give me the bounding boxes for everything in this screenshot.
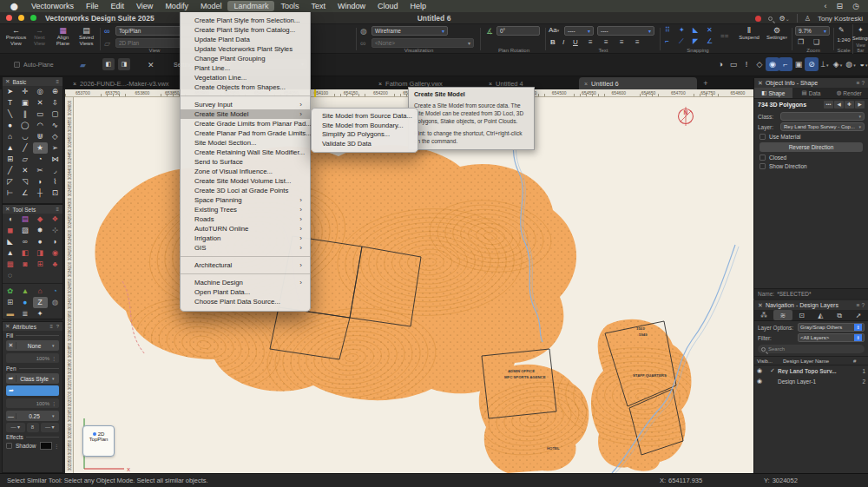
plane-mode-icon[interactable]: ▰ xyxy=(80,58,86,71)
contrast-icon[interactable]: ◑ xyxy=(713,57,727,71)
menu-item-create-objects-from-shapes[interactable]: Create Objects from Shapes... xyxy=(181,82,310,92)
offset-tool-icon[interactable]: ╱ xyxy=(3,165,17,176)
points-set-icon[interactable]: ✸ xyxy=(33,225,48,236)
layer-row-rey-land-topo-surv[interactable]: ◉✓Rey Land Topo Surv...1 xyxy=(754,365,868,376)
attribute-mapping-tool-icon[interactable]: ⊡ xyxy=(48,188,62,199)
visibility-eye-icon[interactable]: ◉ xyxy=(757,367,767,374)
document-tab-untitled-6[interactable]: ×Untitled 6 xyxy=(579,77,697,89)
unified-view-icon[interactable]: ◇ xyxy=(753,57,766,71)
connect-tool-icon[interactable]: ⌇ xyxy=(48,176,62,188)
pen-color-swatch[interactable]: ➦ xyxy=(6,385,59,396)
menu-item-plant-line[interactable]: Plant Line... xyxy=(181,63,310,73)
layer-search-input[interactable]: Search xyxy=(758,345,865,353)
view-panes-icon[interactable]: ▣ xyxy=(792,57,806,71)
ramp-set-icon[interactable]: ◣ xyxy=(3,236,17,247)
menu-icon[interactable]: ≡ xyxy=(56,207,60,212)
background-icon[interactable]: ▭ xyxy=(727,57,740,71)
circle-tool-icon[interactable]: ● xyxy=(3,120,17,131)
menu-item-update-plant-data[interactable]: Update Plant Data xyxy=(181,35,310,44)
menubar-item-model[interactable]: Model xyxy=(194,1,228,11)
notification-icon[interactable] xyxy=(755,16,761,22)
callout-tool-icon[interactable]: ▣ xyxy=(17,97,32,109)
underline-button[interactable]: U xyxy=(573,38,578,46)
snap-icon-1[interactable]: ✦ xyxy=(679,26,685,34)
class-dropdown[interactable]: ▾ xyxy=(780,112,865,121)
attributes-palette-header[interactable]: ✕Attributes≡ ? xyxy=(3,322,62,331)
font-style-icon[interactable]: Aa▾ xyxy=(549,26,559,34)
diagonal-tool-icon[interactable]: ╱ xyxy=(17,142,32,154)
arc-tool-icon[interactable]: ◠ xyxy=(33,120,48,131)
menu-icon[interactable]: ≡ xyxy=(56,79,60,84)
search-tool-set-icon[interactable]: ◌ xyxy=(3,270,17,281)
name-value[interactable]: *SELECTED* xyxy=(777,291,811,297)
flyover-tool-icon[interactable]: ◎ xyxy=(33,86,48,97)
delete-tool-icon[interactable]: ✕ xyxy=(33,97,48,109)
curves-set-icon[interactable]: ∞ xyxy=(17,236,32,247)
column-header-visib[interactable]: Visib... xyxy=(757,359,783,364)
fit-objects-icon[interactable]: ❐ xyxy=(798,38,804,46)
shear-tool-icon[interactable]: ▱ xyxy=(17,154,32,165)
hardscape-set-icon[interactable]: ▩ xyxy=(3,259,17,270)
line-marker-end-dropdown[interactable]: — ▾ xyxy=(41,423,60,432)
close-window-button[interactable] xyxy=(6,15,12,21)
pan-tool-icon[interactable]: ✛ xyxy=(17,86,32,97)
selection-nav-button-3[interactable]: ▶ xyxy=(855,101,865,109)
grading-tool-icon[interactable]: ≣ xyxy=(17,308,32,319)
dimension-tool-icon[interactable]: ⊢ xyxy=(3,188,17,199)
menubar-item-file[interactable]: File xyxy=(80,1,105,11)
close-tab-icon[interactable]: × xyxy=(378,81,382,87)
alert-icon[interactable]: ! xyxy=(740,57,753,71)
equals-snap-icon[interactable]: == xyxy=(720,32,728,40)
menu-item-architectural[interactable]: Architectural› xyxy=(181,260,310,270)
tool-options-icon[interactable]: ✕ xyxy=(148,58,155,71)
window-manager-icon[interactable]: ⊟ xyxy=(837,2,844,10)
viewports-tab-icon[interactable]: ◭ xyxy=(811,310,830,320)
menu-item-send-to-surface[interactable]: Send to Surface xyxy=(181,157,310,167)
grid-tool-icon[interactable]: ⊞ xyxy=(3,154,17,165)
rectangle-tool-icon[interactable]: ▭ xyxy=(33,109,48,120)
double-line-tool-icon[interactable]: ∥ xyxy=(17,109,32,120)
drawing-canvas[interactable]: N ADMIN OFFICEMFC SPORTS AGENCESTAFF QUA… xyxy=(74,97,753,473)
menubar-item-modify[interactable]: Modify xyxy=(159,1,194,11)
bold-button[interactable]: B xyxy=(550,38,556,46)
shadow-checkbox[interactable] xyxy=(6,443,12,449)
freehand-tool-icon[interactable]: ∿ xyxy=(48,120,62,131)
more-icon[interactable]: ⋮ xyxy=(54,443,59,449)
align-justify-icon[interactable]: ≡ xyxy=(635,38,640,46)
zoom-window-button[interactable] xyxy=(30,15,36,21)
submenu-item-validate-3d-data[interactable]: Validate 3D Data xyxy=(312,140,418,149)
render-mode-dropdown[interactable]: Wireframe▾ xyxy=(372,26,448,36)
fillet-tool-icon[interactable]: ◞ xyxy=(48,165,62,176)
close-icon[interactable]: ✕ xyxy=(5,206,10,213)
compass-tool-icon[interactable]: ◔ xyxy=(48,286,62,297)
menu-item-open-plant-data[interactable]: Open Plant Data... xyxy=(181,287,310,297)
suspend-snapping-button[interactable]: ⅡSuspend xyxy=(736,26,762,41)
menu-item-site-model-section[interactable]: Site Model Section... xyxy=(181,138,310,148)
menu-item-roads[interactable]: Roads› xyxy=(181,214,310,224)
web-view-icon[interactable]: ◒▾ xyxy=(857,57,868,71)
italic-button[interactable]: I xyxy=(562,38,564,46)
rotate-tool-icon[interactable]: ◔ xyxy=(33,154,48,165)
menu-item-update-vectorworks-plant-styles[interactable]: Update Vectorworks Plant Styles xyxy=(181,44,310,54)
close-icon[interactable]: ✕ xyxy=(758,302,763,309)
align-center-icon[interactable]: ≡ xyxy=(604,38,608,46)
reshape-tool-icon[interactable]: ➢ xyxy=(48,142,62,154)
pen-style-dropdown[interactable]: ➦Class Style▾ xyxy=(6,373,59,384)
menu-icon[interactable]: ≡ ? xyxy=(857,302,865,308)
next-view-button[interactable]: →Next View xyxy=(29,26,50,46)
line-tool-icon[interactable]: ╲ xyxy=(3,109,17,120)
menubar-item-tools[interactable]: Tools xyxy=(274,1,305,11)
user-name[interactable]: Tony Kostreski xyxy=(818,15,863,23)
layer-row-design-layer-1[interactable]: ◉Design Layer-12 xyxy=(754,376,868,386)
polyline-tool-icon[interactable]: ⌂ xyxy=(3,131,17,142)
plan-rotation-field[interactable]: 0° xyxy=(496,26,540,36)
gear-icon[interactable]: ⚙⌄ xyxy=(779,15,790,23)
submenu-item-site-model-from-boundary[interactable]: Site Model from Boundary... xyxy=(312,122,418,131)
close-icon[interactable]: ✕ xyxy=(5,323,10,330)
surface-tool-icon[interactable]: ⋓ xyxy=(33,131,48,142)
close-tab-icon[interactable]: × xyxy=(584,81,588,87)
menubar-item-text[interactable]: Text xyxy=(305,1,332,11)
snap-icon-6[interactable]: ◤ xyxy=(693,37,698,45)
select-similar-tool-icon[interactable]: ★ xyxy=(33,142,48,154)
minimize-window-button[interactable] xyxy=(18,15,24,21)
